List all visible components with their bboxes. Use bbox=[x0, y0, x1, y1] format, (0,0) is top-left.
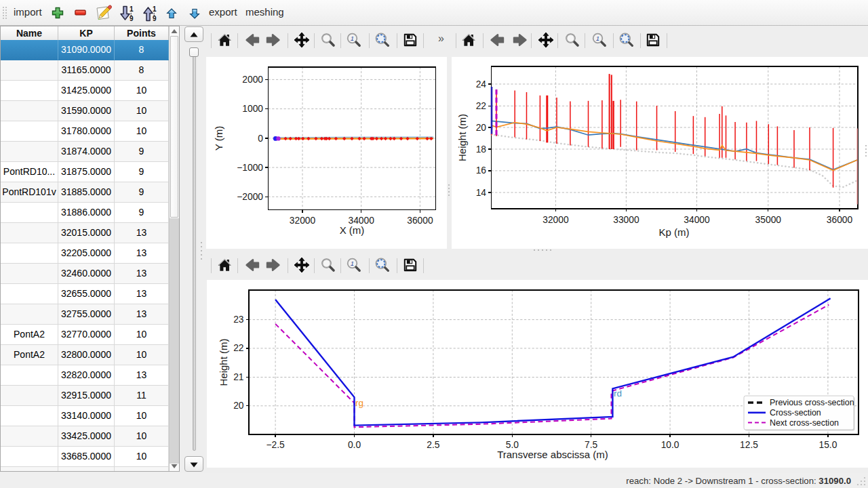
svg-text:20: 20 bbox=[476, 123, 487, 133]
svg-text:2000: 2000 bbox=[242, 75, 263, 85]
svg-text:14: 14 bbox=[476, 188, 487, 198]
svg-text:16: 16 bbox=[476, 165, 487, 176]
svg-text:2.5: 2.5 bbox=[427, 440, 440, 450]
svg-text:−2.5: −2.5 bbox=[266, 440, 285, 450]
svg-text:32000: 32000 bbox=[542, 215, 569, 225]
svg-text:1000: 1000 bbox=[242, 104, 263, 114]
svg-text:9: 9 bbox=[130, 15, 134, 22]
svg-text:20: 20 bbox=[233, 401, 244, 411]
svg-text:18: 18 bbox=[476, 144, 487, 155]
svg-text:22: 22 bbox=[476, 101, 486, 111]
svg-text:35000: 35000 bbox=[755, 215, 782, 225]
svg-text:32000: 32000 bbox=[290, 216, 316, 226]
svg-text:Y (m): Y (m) bbox=[213, 126, 224, 150]
svg-text:Previous cross-section: Previous cross-section bbox=[770, 398, 854, 407]
svg-text:X (m): X (m) bbox=[340, 224, 365, 236]
svg-text:24: 24 bbox=[476, 79, 487, 89]
svg-text:12.5: 12.5 bbox=[740, 440, 758, 450]
svg-text:15.0: 15.0 bbox=[818, 440, 837, 450]
svg-text:Transverse abscissa (m): Transverse abscissa (m) bbox=[497, 449, 608, 460]
svg-text:36000: 36000 bbox=[827, 215, 853, 225]
svg-text:Height (m): Height (m) bbox=[456, 114, 468, 161]
svg-text:22: 22 bbox=[233, 343, 243, 353]
svg-text:1: 1 bbox=[130, 5, 134, 13]
svg-text:Kp (m): Kp (m) bbox=[659, 226, 690, 238]
svg-text:0.0: 0.0 bbox=[348, 440, 361, 450]
svg-text:−1000: −1000 bbox=[237, 163, 263, 173]
svg-text:21: 21 bbox=[233, 372, 243, 382]
svg-text:rd: rd bbox=[614, 388, 622, 399]
svg-text:Cross-section: Cross-section bbox=[770, 408, 821, 418]
svg-text:23: 23 bbox=[233, 314, 244, 325]
svg-text:Next cross-section: Next cross-section bbox=[770, 418, 839, 428]
svg-text:33000: 33000 bbox=[613, 215, 639, 225]
svg-text:0: 0 bbox=[258, 134, 263, 144]
svg-text:9: 9 bbox=[153, 15, 157, 22]
svg-text:Height (m): Height (m) bbox=[218, 338, 229, 386]
svg-text:rg: rg bbox=[355, 398, 363, 408]
svg-text:−2000: −2000 bbox=[237, 192, 263, 202]
svg-text:10.0: 10.0 bbox=[661, 440, 679, 450]
svg-text:36000: 36000 bbox=[407, 216, 433, 226]
svg-text:1: 1 bbox=[153, 5, 157, 13]
svg-text:34000: 34000 bbox=[684, 215, 710, 225]
